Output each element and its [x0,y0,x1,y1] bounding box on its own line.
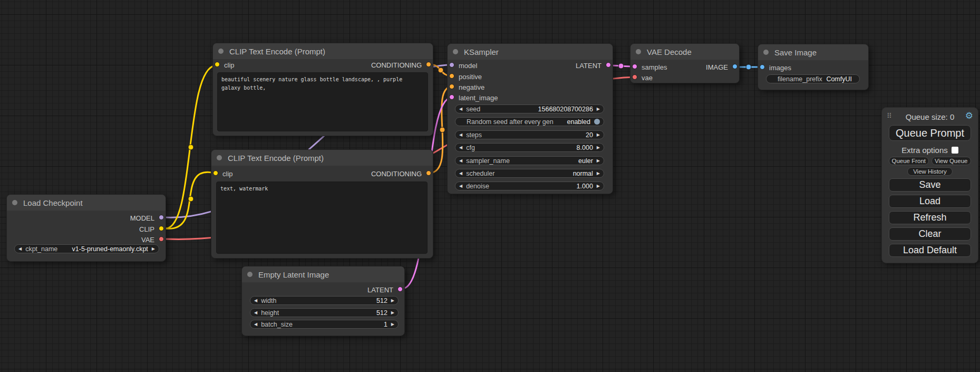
settings-gear-icon[interactable]: ⚙ [965,111,973,120]
conditioning-output-port[interactable] [426,62,431,67]
node-titlebar[interactable]: CLIP Text Encode (Prompt) [211,150,433,166]
node-empty-latent-image[interactable]: Empty Latent Image LATENT ◀ width 512 ▶ … [241,266,405,336]
prompt-textarea[interactable]: beautiful scenery nature glass bottle la… [217,72,428,131]
latent-image-input-port[interactable] [449,94,454,100]
link-midpoint-dot[interactable] [746,64,751,70]
sampler-name-widget[interactable]: ◀ sampler_name euler ▶ [455,156,604,165]
link-midpoint-dot[interactable] [188,145,193,150]
batch-size-widget[interactable]: ◀ batch_size 1 ▶ [250,320,399,329]
view-history-button[interactable]: View History [907,167,953,176]
collapse-dot-icon[interactable] [636,49,641,54]
increment-arrow-icon[interactable]: ▶ [391,322,394,327]
node-clip-text-encode-negative[interactable]: CLIP Text Encode (Prompt) clip CONDITION… [211,149,433,259]
steps-widget[interactable]: ◀ steps 20 ▶ [455,130,604,139]
increment-arrow-icon[interactable]: ▶ [597,184,600,188]
clip-input-port[interactable] [213,170,218,176]
input-label: latent_image [459,94,498,102]
decrement-arrow-icon[interactable]: ◀ [254,311,257,315]
image-output-port[interactable] [732,64,738,69]
link-midpoint-dot[interactable] [618,63,624,69]
link-midpoint-dot[interactable] [438,68,443,73]
scheduler-widget[interactable]: ◀ scheduler normal ▶ [455,169,604,178]
widget-name: Random seed after every gen [467,118,567,126]
positive-input-port[interactable] [449,73,454,79]
toggle-knob-icon[interactable] [594,119,600,125]
queue-prompt-button[interactable]: Queue Prompt [889,125,971,141]
model-output-port[interactable] [159,215,164,220]
link-midpoint-dot[interactable] [440,127,445,132]
port-row-vae: vae [630,74,739,81]
widget-value: 512 [376,309,387,317]
view-queue-button[interactable]: View Queue [932,157,972,165]
prompt-textarea[interactable]: text, watermark [216,182,428,254]
random-seed-toggle-widget[interactable]: Random seed after every gen enabled [455,117,604,126]
decrement-arrow-icon[interactable]: ◀ [459,133,462,137]
node-titlebar[interactable]: Load Checkpoint [7,195,166,211]
increment-arrow-icon[interactable]: ▶ [597,171,600,176]
model-input-port[interactable] [449,62,454,68]
node-titlebar[interactable]: Save Image [758,44,868,60]
negative-input-port[interactable] [449,84,454,89]
extra-options-checkbox[interactable] [952,147,958,154]
decrement-arrow-icon[interactable]: ◀ [459,107,462,111]
denoise-widget[interactable]: ◀ denoise 1.000 ▶ [455,182,604,190]
vae-output-port[interactable] [159,236,164,242]
ckpt-name-widget[interactable]: ◀ ckpt_name v1-5-pruned-emaonly.ckpt ▶ [14,244,159,253]
latent-output-port[interactable] [397,287,403,292]
decrement-arrow-icon[interactable]: ◀ [459,171,462,176]
collapse-dot-icon[interactable] [218,49,224,54]
cfg-widget[interactable]: ◀ cfg 8.000 ▶ [455,143,604,152]
node-clip-text-encode-positive[interactable]: CLIP Text Encode (Prompt) clip CONDITION… [212,43,433,136]
increment-arrow-icon[interactable]: ▶ [391,311,394,315]
collapse-dot-icon[interactable] [12,200,17,205]
decrement-arrow-icon[interactable]: ◀ [459,184,462,188]
load-button[interactable]: Load [889,195,971,208]
conditioning-output-port[interactable] [426,170,431,176]
width-widget[interactable]: ◀ width 512 ▶ [250,296,399,305]
node-load-checkpoint[interactable]: Load Checkpoint MODEL CLIP VAE ◀ ckpt_na… [6,194,166,262]
input-label: positive [459,73,482,81]
drag-handle-icon[interactable]: ⠿ [887,112,891,120]
latent-output-port[interactable] [606,62,611,68]
increment-arrow-icon[interactable]: ▶ [597,146,600,150]
increment-arrow-icon[interactable]: ▶ [597,107,600,111]
node-titlebar[interactable]: KSampler [448,44,613,60]
node-vae-decode[interactable]: VAE Decode samples IMAGE vae [630,43,740,83]
filename-prefix-widget[interactable]: filename_prefix ComfyUI [766,74,860,83]
increment-arrow-icon[interactable]: ▶ [391,299,394,303]
node-save-image[interactable]: Save Image images filename_prefix ComfyU… [758,44,869,90]
widget-name: sampler_name [466,157,578,165]
decrement-arrow-icon[interactable]: ◀ [459,159,462,163]
link-midpoint-dot[interactable] [188,196,193,202]
node-ksampler[interactable]: KSampler model LATENT positive negative … [447,43,613,194]
decrement-arrow-icon[interactable]: ◀ [18,247,22,251]
samples-input-port[interactable] [632,64,637,69]
node-titlebar[interactable]: Empty Latent Image [242,266,404,282]
node-graph-canvas[interactable]: Load Checkpoint MODEL CLIP VAE ◀ ckpt_na… [0,0,980,372]
collapse-dot-icon[interactable] [453,49,458,54]
widget-name: seed [466,106,538,113]
decrement-arrow-icon[interactable]: ◀ [254,322,257,327]
images-input-port[interactable] [760,64,765,70]
increment-arrow-icon[interactable]: ▶ [597,133,600,137]
collapse-dot-icon[interactable] [247,272,253,277]
increment-arrow-icon[interactable]: ▶ [152,247,155,251]
queue-front-button[interactable]: Queue Front [889,157,929,165]
seed-widget[interactable]: ◀ seed 156680208700286 ▶ [455,104,604,113]
clip-input-port[interactable] [215,62,220,67]
refresh-button[interactable]: Refresh [889,211,971,224]
vae-input-port[interactable] [632,74,637,80]
increment-arrow-icon[interactable]: ▶ [597,159,600,163]
height-widget[interactable]: ◀ height 512 ▶ [250,308,399,317]
decrement-arrow-icon[interactable]: ◀ [459,146,462,150]
widget-value: normal [573,170,593,177]
load-default-button[interactable]: Load Default [889,244,971,257]
clip-output-port[interactable] [159,226,164,231]
decrement-arrow-icon[interactable]: ◀ [254,299,257,303]
clear-button[interactable]: Clear [889,227,971,241]
node-titlebar[interactable]: CLIP Text Encode (Prompt) [213,43,433,59]
node-titlebar[interactable]: VAE Decode [630,44,739,60]
save-button[interactable]: Save [889,178,971,192]
collapse-dot-icon[interactable] [217,155,222,160]
collapse-dot-icon[interactable] [763,50,769,55]
